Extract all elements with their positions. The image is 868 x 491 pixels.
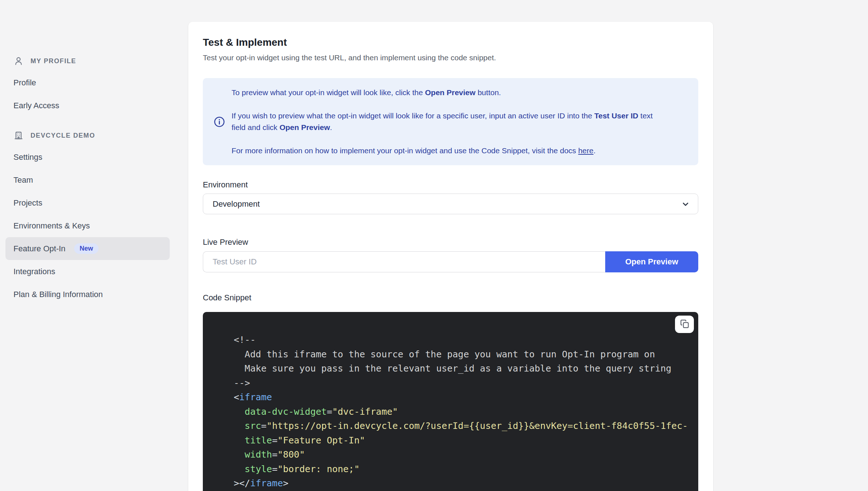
code-line: width="800" xyxy=(234,447,698,462)
test-user-id-input[interactable] xyxy=(203,251,605,272)
code-line: <!-- xyxy=(234,333,698,347)
sidebar-item-list: Settings Team Projects Environments & Ke… xyxy=(5,146,170,306)
code-line: ></iframe> xyxy=(234,476,698,491)
sidebar-item-settings[interactable]: Settings xyxy=(5,146,170,169)
sidebar-section-title: DEVCYCLE DEMO xyxy=(31,132,95,139)
code-line: <iframe xyxy=(234,390,698,405)
code-line: data-dvc-widget="dvc-iframe" xyxy=(234,405,698,419)
live-preview-label: Live Preview xyxy=(203,238,698,247)
sidebar-item-feature-opt-in[interactable]: Feature Opt-In New xyxy=(5,237,170,260)
sidebar-item-plan-billing-information[interactable]: Plan & Billing Information xyxy=(5,283,170,306)
sidebar-section-header: DEVCYCLE DEMO xyxy=(5,127,170,144)
sidebar-item-label: Team xyxy=(13,175,33,185)
info-icon xyxy=(214,116,225,127)
code-snippet-block: <!-- Add this iframe to the source of th… xyxy=(203,312,698,491)
sidebar: MY PROFILE Profile Early Access DEVCYCLE… xyxy=(5,53,170,306)
live-preview-row: Open Preview xyxy=(203,251,698,272)
sidebar-section-title: MY PROFILE xyxy=(31,57,76,65)
sidebar-item-integrations[interactable]: Integrations xyxy=(5,260,170,283)
content-card: Test & Implement Test your opt-in widget… xyxy=(188,22,713,491)
sidebar-item-label: Plan & Billing Information xyxy=(13,290,103,299)
sidebar-item-environments-keys[interactable]: Environments & Keys xyxy=(5,214,170,237)
page-title: Test & Implement xyxy=(203,36,698,49)
sidebar-section: DEVCYCLE DEMO Settings Team Projects Env… xyxy=(5,127,170,306)
info-paragraph: To preview what your opt-in widget will … xyxy=(232,87,660,98)
sidebar-item-early-access[interactable]: Early Access xyxy=(5,94,170,117)
code-line: src="https://opt-in.devcycle.com/?userId… xyxy=(234,419,698,433)
sidebar-item-label: Projects xyxy=(13,198,42,208)
page-subtitle: Test your opt-in widget using the test U… xyxy=(203,53,698,62)
info-paragraph: For more information on how to implement… xyxy=(232,145,660,157)
docs-here-link[interactable]: here xyxy=(578,146,594,155)
new-badge: New xyxy=(74,243,99,254)
info-box: To preview what your opt-in widget will … xyxy=(203,78,698,165)
info-text: To preview what your opt-in widget will … xyxy=(232,87,660,157)
code-line: Add this iframe to the source of the pag… xyxy=(234,347,698,362)
sidebar-item-list: Profile Early Access xyxy=(5,71,170,117)
sidebar-section-header: MY PROFILE xyxy=(5,53,170,69)
code-line: --> xyxy=(234,376,698,390)
building-icon xyxy=(14,131,23,140)
person-icon xyxy=(14,56,23,66)
sidebar-item-projects[interactable]: Projects xyxy=(5,191,170,214)
code-content: <!-- Add this iframe to the source of th… xyxy=(234,333,698,491)
info-paragraph: If you wish to preview what the opt-in w… xyxy=(232,110,660,133)
environment-select[interactable]: Development xyxy=(203,194,698,214)
code-line: title="Feature Opt-In" xyxy=(234,433,698,448)
environment-label: Environment xyxy=(203,180,698,190)
sidebar-item-label: Settings xyxy=(13,153,43,162)
sidebar-item-team[interactable]: Team xyxy=(5,169,170,191)
page: MY PROFILE Profile Early Access DEVCYCLE… xyxy=(0,0,868,491)
code-snippet-label: Code Snippet xyxy=(203,293,698,303)
code-line: style="border: none;" xyxy=(234,462,698,476)
copy-icon xyxy=(680,319,690,330)
chevron-down-icon xyxy=(681,200,690,208)
sidebar-item-profile[interactable]: Profile xyxy=(5,71,170,94)
sidebar-item-label: Early Access xyxy=(13,101,59,110)
sidebar-item-label: Integrations xyxy=(13,267,55,276)
sidebar-item-label: Environments & Keys xyxy=(13,221,90,231)
code-line: Make sure you pass in the relevant user_… xyxy=(234,361,698,376)
sidebar-item-label: Feature Opt-In xyxy=(13,244,65,253)
sidebar-section: MY PROFILE Profile Early Access xyxy=(5,53,170,117)
open-preview-button[interactable]: Open Preview xyxy=(605,251,698,272)
environment-selected-value: Development xyxy=(213,199,260,209)
copy-button[interactable] xyxy=(675,316,694,333)
sidebar-item-label: Profile xyxy=(13,78,36,88)
